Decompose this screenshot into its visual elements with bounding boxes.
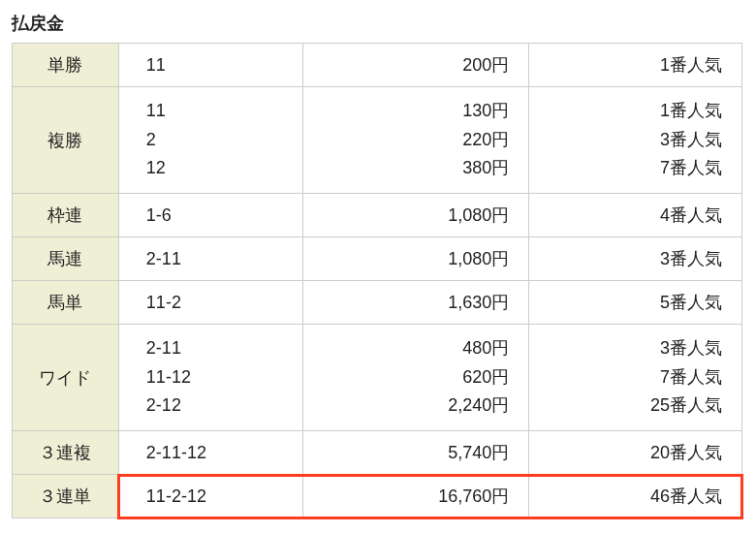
payout-cell: 1,630円 — [302, 281, 529, 325]
popularity-cell: 3番人気 — [529, 237, 742, 281]
combination-cell: 1-6 — [118, 194, 302, 237]
popularity-cell: 4番人気 — [529, 194, 742, 237]
combination-cell: 2-11-12 — [118, 431, 302, 475]
payout-cell: 16,760円 — [302, 475, 529, 518]
combination-cell: 11 — [118, 44, 302, 87]
popularity-cell: 1番人気3番人気7番人気 — [529, 87, 742, 194]
payout-cell: 5,740円 — [302, 431, 529, 475]
combination-cell: 11212 — [118, 87, 302, 194]
popularity-cell: 20番人気 — [529, 431, 742, 475]
bet-type-label: 馬連 — [13, 237, 119, 281]
popularity-cell: 1番人気 — [529, 44, 742, 87]
combination-cell: 11-2-12 — [118, 475, 302, 518]
table-row: ワイド2-1111-122-12480円620円2,240円3番人気7番人気25… — [13, 325, 742, 431]
payout-table: 単勝11200円1番人気複勝11212130円220円380円1番人気3番人気7… — [12, 43, 742, 518]
payout-cell: 1,080円 — [302, 237, 529, 281]
combination-cell: 2-1111-122-12 — [118, 325, 302, 431]
table-row: 馬単11-21,630円5番人気 — [13, 281, 742, 325]
combination-cell: 11-2 — [118, 281, 302, 325]
bet-type-label: 単勝 — [13, 44, 119, 87]
payout-cell: 1,080円 — [302, 194, 529, 237]
popularity-cell: 46番人気 — [529, 475, 742, 518]
table-row: 馬連2-111,080円3番人気 — [13, 237, 742, 281]
bet-type-label: ３連複 — [13, 431, 119, 475]
table-row: ３連複2-11-125,740円20番人気 — [13, 431, 742, 475]
popularity-cell: 5番人気 — [529, 281, 742, 325]
bet-type-label: 枠連 — [13, 194, 119, 237]
table-row: ３連単11-2-1216,760円46番人気 — [13, 475, 742, 518]
bet-type-label: ワイド — [13, 325, 119, 431]
bet-type-label: 馬単 — [13, 281, 119, 325]
payout-title: 払戻金 — [12, 12, 744, 35]
payout-cell: 480円620円2,240円 — [302, 325, 529, 431]
combination-cell: 2-11 — [118, 237, 302, 281]
table-row: 単勝11200円1番人気 — [13, 44, 742, 87]
payout-cell: 130円220円380円 — [302, 87, 529, 194]
bet-type-label: ３連単 — [13, 475, 119, 518]
payout-cell: 200円 — [302, 44, 529, 87]
bet-type-label: 複勝 — [13, 87, 119, 194]
table-row: 枠連1-61,080円4番人気 — [13, 194, 742, 237]
popularity-cell: 3番人気7番人気25番人気 — [529, 325, 742, 431]
table-row: 複勝11212130円220円380円1番人気3番人気7番人気 — [13, 87, 742, 194]
